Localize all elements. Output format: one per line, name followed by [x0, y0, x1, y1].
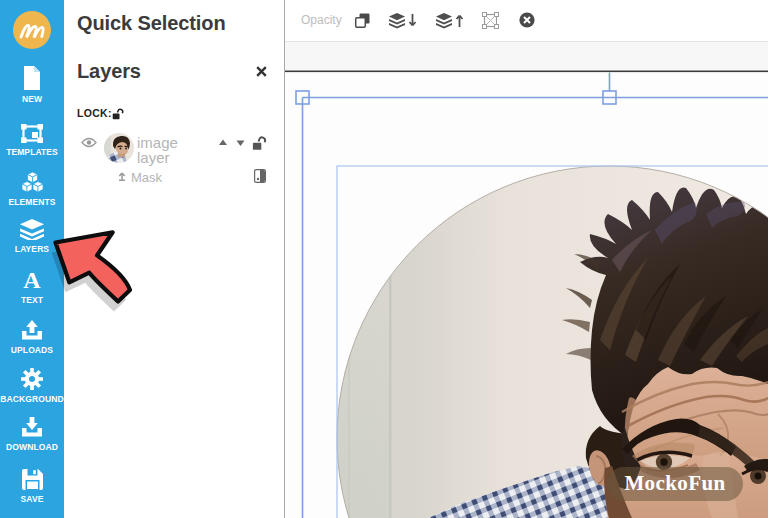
svg-text:A: A [23, 271, 41, 291]
